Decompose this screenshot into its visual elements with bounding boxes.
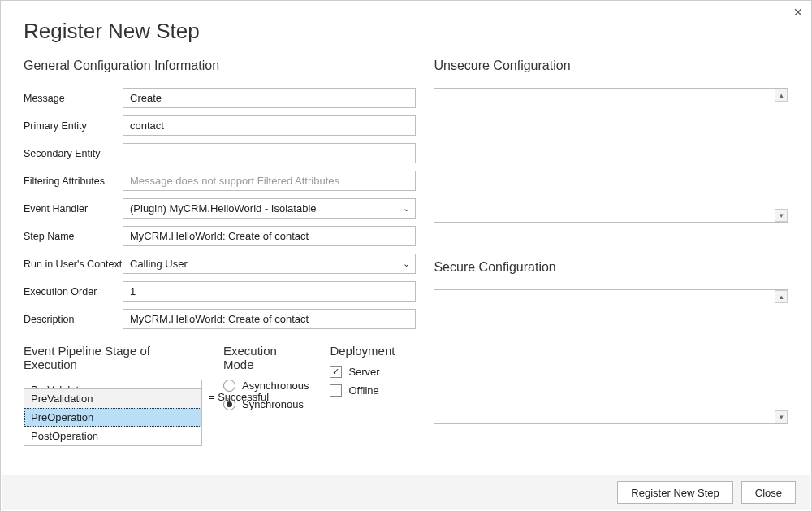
execution-mode-column: Execution Mode Asynchronous Synchronous	[223, 344, 309, 417]
step-name-label: Step Name	[24, 231, 123, 242]
scroll-down-icon[interactable]: ▾	[775, 209, 788, 222]
scroll-down-icon[interactable]: ▾	[775, 410, 788, 423]
chevron-down-icon: ⌄	[403, 203, 410, 214]
execution-mode-sync-label: Synchronous	[242, 398, 304, 410]
deployment-server-label: Server	[348, 366, 379, 378]
run-context-value: Calling User	[130, 258, 188, 270]
unsecure-heading: Unsecure Configuration	[434, 59, 788, 73]
message-input[interactable]	[123, 88, 416, 108]
dialog-footer: Register New Step Close	[2, 475, 810, 510]
secondary-entity-input[interactable]	[123, 143, 416, 163]
scroll-up-icon[interactable]: ▴	[775, 89, 788, 102]
page-title: Register New Step	[1, 1, 811, 44]
close-icon[interactable]: ✕	[793, 6, 803, 19]
pipeline-option-postoperation[interactable]: PostOperation	[24, 427, 201, 445]
pipeline-stage-dropdown: PreValidation PreOperation PostOperation	[24, 388, 202, 446]
secure-heading: Secure Configuration	[434, 260, 788, 275]
filtering-attributes-label: Filtering Attributes	[24, 176, 123, 187]
secure-config-textarea[interactable]: ▴ ▾	[434, 289, 788, 424]
execution-order-input[interactable]	[123, 281, 416, 302]
general-heading: General Configuration Information	[24, 59, 416, 73]
description-input[interactable]	[123, 309, 416, 329]
primary-entity-input[interactable]	[123, 115, 416, 136]
execution-mode-async-label: Asynchronous	[242, 380, 309, 392]
register-step-window: ✕ Register New Step General Configuratio…	[0, 0, 812, 512]
deployment-heading: Deployment	[330, 344, 395, 358]
unsecure-config-textarea[interactable]: ▴ ▾	[434, 88, 788, 223]
general-config-section: General Configuration Information Messag…	[24, 59, 416, 462]
execution-mode-async[interactable]: Asynchronous	[223, 380, 309, 392]
pipeline-heading: Event Pipeline Stage of Execution	[24, 344, 202, 371]
scroll-up-icon[interactable]: ▴	[775, 290, 788, 303]
event-handler-select[interactable]: (Plugin) MyCRM.HelloWorld - Isolatable ⌄	[123, 198, 416, 219]
configuration-section: Unsecure Configuration ▴ ▾ Secure Config…	[416, 59, 788, 462]
run-context-select[interactable]: Calling User ⌄	[123, 254, 416, 274]
close-button[interactable]: Close	[741, 481, 796, 504]
chevron-down-icon: ⌄	[403, 258, 410, 269]
deployment-offline[interactable]: Offline	[330, 384, 395, 397]
execution-mode-sync[interactable]: Synchronous	[223, 398, 309, 410]
radio-icon	[223, 380, 235, 392]
event-handler-label: Event Handler	[24, 203, 123, 215]
checkbox-icon: ✓	[330, 366, 342, 378]
pipeline-stage-column: Event Pipeline Stage of Execution PreVal…	[24, 344, 202, 417]
pipeline-option-prevalidation[interactable]: PreValidation	[24, 389, 201, 408]
description-label: Description	[24, 314, 123, 325]
run-context-label: Run in User's Context	[24, 258, 123, 270]
radio-icon	[223, 398, 235, 410]
secondary-entity-label: Secondary Entity	[24, 148, 123, 159]
deployment-column: Deployment ✓ Server Offline	[330, 344, 395, 417]
register-button[interactable]: Register New Step	[617, 481, 732, 504]
message-label: Message	[24, 93, 123, 104]
execution-order-label: Execution Order	[24, 286, 123, 297]
event-handler-value: (Plugin) MyCRM.HelloWorld - Isolatable	[130, 202, 317, 215]
deployment-server[interactable]: ✓ Server	[330, 366, 395, 378]
filtering-attributes-input[interactable]: Message does not support Filtered Attrib…	[123, 171, 416, 191]
deployment-offline-label: Offline	[348, 384, 378, 397]
primary-entity-label: Primary Entity	[24, 120, 123, 132]
step-name-input[interactable]	[123, 226, 416, 246]
pipeline-option-preoperation[interactable]: PreOperation	[24, 408, 201, 427]
execution-mode-heading: Execution Mode	[223, 344, 309, 371]
checkbox-icon	[330, 384, 342, 397]
